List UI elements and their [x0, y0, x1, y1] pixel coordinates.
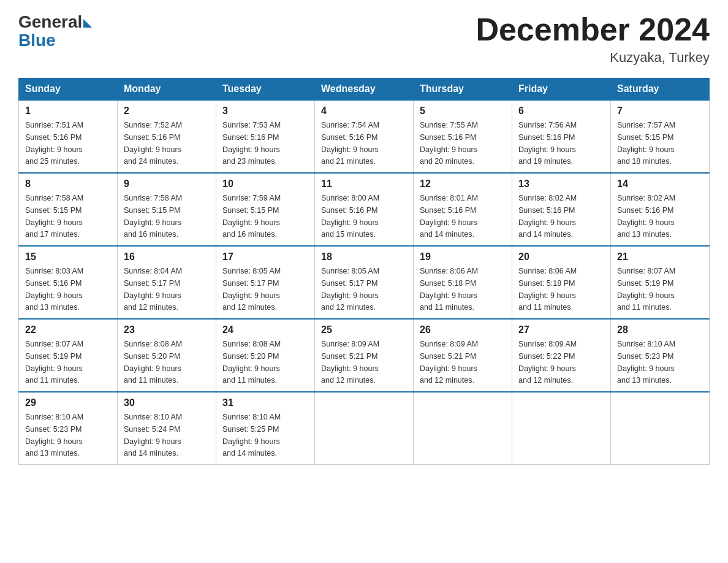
calendar-week-row: 15 Sunrise: 8:03 AMSunset: 5:16 PMDaylig…: [19, 246, 710, 319]
day-info: Sunrise: 7:55 AMSunset: 5:16 PMDaylight:…: [420, 121, 478, 166]
day-info: Sunrise: 7:53 AMSunset: 5:16 PMDaylight:…: [222, 121, 281, 166]
day-number: 2: [124, 105, 210, 117]
day-info: Sunrise: 8:10 AMSunset: 5:23 PMDaylight:…: [617, 340, 675, 385]
day-number: 8: [25, 178, 111, 190]
logo: General Blue: [18, 12, 92, 50]
day-info: Sunrise: 7:58 AMSunset: 5:15 PMDaylight:…: [124, 194, 182, 239]
day-number: 17: [222, 251, 308, 262]
day-number: 31: [222, 397, 308, 408]
calendar-cell: 18 Sunrise: 8:05 AMSunset: 5:17 PMDaylig…: [315, 246, 414, 319]
calendar-cell: 21 Sunrise: 8:07 AMSunset: 5:19 PMDaylig…: [611, 246, 710, 319]
day-number: 10: [222, 178, 308, 190]
calendar-cell: 9 Sunrise: 7:58 AMSunset: 5:15 PMDayligh…: [118, 173, 216, 246]
day-number: 20: [518, 251, 604, 262]
day-number: 5: [420, 105, 506, 117]
weekday-header-wednesday: Wednesday: [315, 79, 414, 101]
day-number: 11: [321, 178, 407, 190]
day-number: 14: [617, 178, 703, 190]
calendar-cell: 24 Sunrise: 8:08 AMSunset: 5:20 PMDaylig…: [216, 319, 315, 392]
day-info: Sunrise: 8:07 AMSunset: 5:19 PMDaylight:…: [617, 267, 675, 312]
day-info: Sunrise: 8:10 AMSunset: 5:25 PMDaylight:…: [222, 413, 281, 458]
day-number: 18: [321, 251, 407, 262]
logo-blue-text: Blue: [18, 31, 56, 50]
day-info: Sunrise: 8:10 AMSunset: 5:24 PMDaylight:…: [124, 413, 182, 458]
day-info: Sunrise: 8:00 AMSunset: 5:16 PMDaylight:…: [321, 194, 379, 239]
day-info: Sunrise: 7:58 AMSunset: 5:15 PMDaylight:…: [25, 194, 83, 239]
calendar-cell: 30 Sunrise: 8:10 AMSunset: 5:24 PMDaylig…: [118, 392, 216, 465]
day-number: 1: [25, 105, 111, 117]
day-info: Sunrise: 8:07 AMSunset: 5:19 PMDaylight:…: [25, 340, 83, 385]
day-number: 9: [124, 178, 210, 190]
day-info: Sunrise: 7:59 AMSunset: 5:15 PMDaylight:…: [222, 194, 281, 239]
day-info: Sunrise: 7:57 AMSunset: 5:15 PMDaylight:…: [617, 121, 675, 166]
day-number: 23: [124, 324, 210, 335]
day-info: Sunrise: 8:09 AMSunset: 5:21 PMDaylight:…: [420, 340, 478, 385]
day-number: 25: [321, 324, 407, 335]
calendar-cell: 11 Sunrise: 8:00 AMSunset: 5:16 PMDaylig…: [315, 173, 414, 246]
day-number: 6: [518, 105, 604, 117]
page-header: General Blue December 2024 Kuzyaka, Turk…: [18, 12, 710, 66]
calendar-cell: 27 Sunrise: 8:09 AMSunset: 5:22 PMDaylig…: [512, 319, 611, 392]
day-number: 19: [420, 251, 506, 262]
day-info: Sunrise: 8:08 AMSunset: 5:20 PMDaylight:…: [222, 340, 281, 385]
calendar-week-row: 22 Sunrise: 8:07 AMSunset: 5:19 PMDaylig…: [19, 319, 710, 392]
day-number: 4: [321, 105, 407, 117]
calendar-cell: 5 Sunrise: 7:55 AMSunset: 5:16 PMDayligh…: [414, 100, 512, 173]
day-info: Sunrise: 8:09 AMSunset: 5:22 PMDaylight:…: [518, 340, 577, 385]
day-number: 24: [222, 324, 308, 335]
weekday-header-monday: Monday: [118, 79, 216, 101]
day-info: Sunrise: 8:09 AMSunset: 5:21 PMDaylight:…: [321, 340, 379, 385]
day-info: Sunrise: 7:56 AMSunset: 5:16 PMDaylight:…: [518, 121, 577, 166]
calendar-cell: 2 Sunrise: 7:52 AMSunset: 5:16 PMDayligh…: [118, 100, 216, 173]
calendar-cell: 22 Sunrise: 8:07 AMSunset: 5:19 PMDaylig…: [19, 319, 118, 392]
day-number: 22: [25, 324, 111, 335]
calendar-table: SundayMondayTuesdayWednesdayThursdayFrid…: [18, 78, 710, 465]
day-number: 29: [25, 397, 111, 408]
day-info: Sunrise: 7:51 AMSunset: 5:16 PMDaylight:…: [25, 121, 83, 166]
calendar-cell: [611, 392, 710, 465]
day-number: 30: [124, 397, 210, 408]
calendar-week-row: 29 Sunrise: 8:10 AMSunset: 5:23 PMDaylig…: [19, 392, 710, 465]
weekday-header-tuesday: Tuesday: [216, 79, 315, 101]
day-number: 3: [222, 105, 308, 117]
calendar-cell: 17 Sunrise: 8:05 AMSunset: 5:17 PMDaylig…: [216, 246, 315, 319]
month-title: December 2024: [476, 12, 710, 47]
day-number: 7: [617, 105, 703, 117]
day-number: 16: [124, 251, 210, 262]
location-text: Kuzyaka, Turkey: [476, 50, 710, 66]
day-info: Sunrise: 7:54 AMSunset: 5:16 PMDaylight:…: [321, 121, 379, 166]
calendar-cell: 10 Sunrise: 7:59 AMSunset: 5:15 PMDaylig…: [216, 173, 315, 246]
day-number: 13: [518, 178, 604, 190]
day-info: Sunrise: 8:05 AMSunset: 5:17 PMDaylight:…: [222, 267, 281, 312]
calendar-week-row: 1 Sunrise: 7:51 AMSunset: 5:16 PMDayligh…: [19, 100, 710, 173]
calendar-cell: 28 Sunrise: 8:10 AMSunset: 5:23 PMDaylig…: [611, 319, 710, 392]
calendar-cell: 31 Sunrise: 8:10 AMSunset: 5:25 PMDaylig…: [216, 392, 315, 465]
calendar-cell: 20 Sunrise: 8:06 AMSunset: 5:18 PMDaylig…: [512, 246, 611, 319]
logo-general-text: General: [18, 12, 82, 32]
title-section: December 2024 Kuzyaka, Turkey: [476, 12, 710, 66]
calendar-cell: 1 Sunrise: 7:51 AMSunset: 5:16 PMDayligh…: [19, 100, 118, 173]
calendar-cell: [512, 392, 611, 465]
calendar-cell: 3 Sunrise: 7:53 AMSunset: 5:16 PMDayligh…: [216, 100, 315, 173]
day-info: Sunrise: 8:04 AMSunset: 5:17 PMDaylight:…: [124, 267, 182, 312]
calendar-week-row: 8 Sunrise: 7:58 AMSunset: 5:15 PMDayligh…: [19, 173, 710, 246]
calendar-cell: 16 Sunrise: 8:04 AMSunset: 5:17 PMDaylig…: [118, 246, 216, 319]
calendar-cell: 6 Sunrise: 7:56 AMSunset: 5:16 PMDayligh…: [512, 100, 611, 173]
day-info: Sunrise: 8:10 AMSunset: 5:23 PMDaylight:…: [25, 413, 83, 458]
day-number: 27: [518, 324, 604, 335]
calendar-cell: 7 Sunrise: 7:57 AMSunset: 5:15 PMDayligh…: [611, 100, 710, 173]
calendar-cell: 23 Sunrise: 8:08 AMSunset: 5:20 PMDaylig…: [118, 319, 216, 392]
calendar-cell: 4 Sunrise: 7:54 AMSunset: 5:16 PMDayligh…: [315, 100, 414, 173]
calendar-cell: 29 Sunrise: 8:10 AMSunset: 5:23 PMDaylig…: [19, 392, 118, 465]
day-info: Sunrise: 8:06 AMSunset: 5:18 PMDaylight:…: [420, 267, 478, 312]
calendar-cell: [414, 392, 512, 465]
day-info: Sunrise: 8:02 AMSunset: 5:16 PMDaylight:…: [518, 194, 577, 239]
calendar-cell: 13 Sunrise: 8:02 AMSunset: 5:16 PMDaylig…: [512, 173, 611, 246]
day-number: 12: [420, 178, 506, 190]
calendar-cell: 19 Sunrise: 8:06 AMSunset: 5:18 PMDaylig…: [414, 246, 512, 319]
day-number: 15: [25, 251, 111, 262]
calendar-cell: 14 Sunrise: 8:02 AMSunset: 5:16 PMDaylig…: [611, 173, 710, 246]
calendar-cell: 25 Sunrise: 8:09 AMSunset: 5:21 PMDaylig…: [315, 319, 414, 392]
day-info: Sunrise: 8:05 AMSunset: 5:17 PMDaylight:…: [321, 267, 379, 312]
calendar-cell: [315, 392, 414, 465]
